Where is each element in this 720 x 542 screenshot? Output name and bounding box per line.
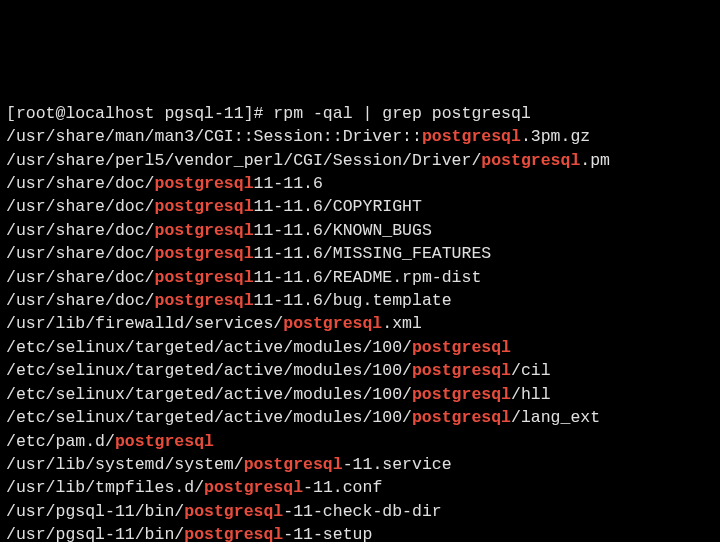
output-line: /usr/share/doc/postgresql11-11.6/bug.tem… (6, 289, 714, 312)
output-line: /etc/selinux/targeted/active/modules/100… (6, 359, 714, 382)
grep-match: postgresql (244, 455, 343, 474)
output-line: /usr/lib/tmpfiles.d/postgresql-11.conf (6, 476, 714, 499)
output-line: /etc/selinux/targeted/active/modules/100… (6, 406, 714, 429)
output-line: /usr/pgsql-11/bin/postgresql-11-check-db… (6, 500, 714, 523)
grep-match: postgresql (283, 314, 382, 333)
output-line: /usr/lib/systemd/system/postgresql-11.se… (6, 453, 714, 476)
prompt-line-1: [root@localhost pgsql-11]# rpm -qal | gr… (6, 102, 714, 125)
output-line: /etc/selinux/targeted/active/modules/100… (6, 336, 714, 359)
grep-match: postgresql (115, 432, 214, 451)
output-line: /usr/share/doc/postgresql11-11.6/README.… (6, 266, 714, 289)
output-line: /usr/share/doc/postgresql11-11.6/COPYRIG… (6, 195, 714, 218)
output-line: /usr/pgsql-11/bin/postgresql-11-setup (6, 523, 714, 542)
output-line: /etc/pam.d/postgresql (6, 430, 714, 453)
grep-match: postgresql (422, 127, 521, 146)
prompt-text: [root@localhost pgsql-11]# (6, 104, 273, 123)
grep-match: postgresql (155, 174, 254, 193)
grep-match: postgresql (155, 268, 254, 287)
grep-match: postgresql (155, 291, 254, 310)
grep-match: postgresql (204, 478, 303, 497)
output-line: /usr/share/perl5/vendor_perl/CGI/Session… (6, 149, 714, 172)
grep-match: postgresql (412, 408, 511, 427)
grep-match: postgresql (184, 525, 283, 542)
grep-match: postgresql (412, 361, 511, 380)
grep-match: postgresql (184, 502, 283, 521)
grep-match: postgresql (481, 151, 580, 170)
output-line: /usr/share/doc/postgresql11-11.6/MISSING… (6, 242, 714, 265)
grep-match: postgresql (155, 197, 254, 216)
grep-match: postgresql (412, 338, 511, 357)
output-line: /etc/selinux/targeted/active/modules/100… (6, 383, 714, 406)
grep-match: postgresql (155, 221, 254, 240)
output-line: /usr/share/doc/postgresql11-11.6 (6, 172, 714, 195)
grep-match: postgresql (155, 244, 254, 263)
output-line: /usr/lib/firewalld/services/postgresql.x… (6, 312, 714, 335)
output-line: /usr/share/doc/postgresql11-11.6/KNOWN_B… (6, 219, 714, 242)
grep-match: postgresql (412, 385, 511, 404)
command-text: rpm -qal | grep postgresql (273, 104, 530, 123)
output-line: /usr/share/man/man3/CGI::Session::Driver… (6, 125, 714, 148)
